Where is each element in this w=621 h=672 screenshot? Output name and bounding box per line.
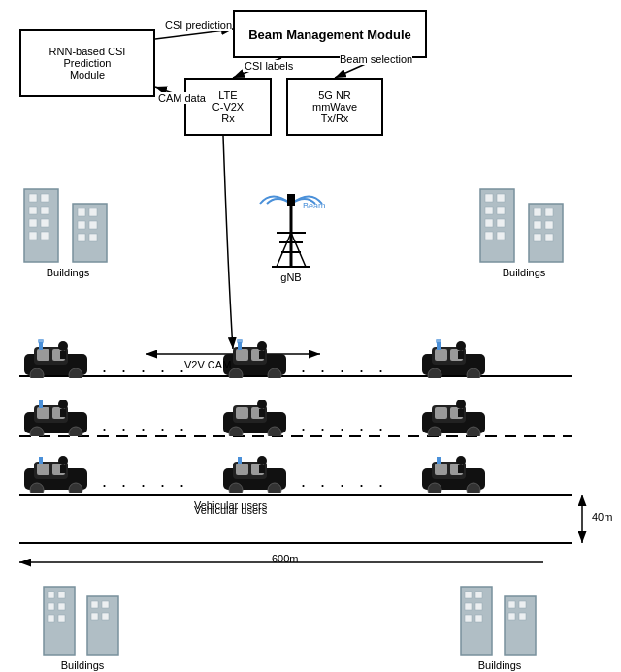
svg-rect-124	[259, 409, 265, 417]
car-row3-left	[19, 454, 97, 496]
dots-row2-left: . . . . .	[102, 415, 189, 435]
building-group-top-left: Buildings	[19, 170, 116, 278]
svg-rect-75	[519, 601, 526, 608]
svg-rect-40	[497, 194, 505, 202]
svg-rect-77	[519, 613, 526, 620]
svg-point-121	[229, 427, 243, 436]
rnn-label: RNN-based CSI Prediction Module	[49, 46, 126, 80]
svg-point-146	[229, 483, 243, 493]
svg-line-19	[291, 233, 306, 267]
svg-rect-36	[78, 234, 85, 241]
svg-point-131	[456, 400, 466, 409]
svg-rect-119	[236, 407, 248, 419]
svg-rect-44	[497, 219, 505, 227]
buildings-top-right-label: Buildings	[503, 267, 546, 278]
car-row1-right	[417, 339, 495, 381]
svg-rect-55	[48, 592, 54, 598]
svg-point-155	[428, 483, 441, 493]
svg-rect-68	[475, 592, 482, 598]
svg-point-93	[268, 368, 281, 378]
svg-point-104	[456, 341, 466, 351]
svg-rect-127	[435, 407, 447, 419]
svg-rect-110	[37, 407, 49, 419]
svg-point-113	[69, 427, 82, 436]
svg-rect-85	[60, 351, 66, 359]
svg-rect-51	[545, 221, 553, 229]
dots-row2-right: . . . . .	[301, 415, 388, 435]
dots-row1-right: . . . . .	[301, 357, 388, 377]
csi-labels-label: CSI labels	[245, 60, 293, 72]
svg-point-84	[58, 341, 68, 351]
svg-rect-25	[29, 207, 37, 214]
svg-point-130	[467, 427, 480, 436]
svg-point-112	[30, 427, 44, 436]
svg-rect-29	[29, 232, 37, 240]
svg-rect-33	[89, 208, 97, 216]
dim-40m-label: 40m	[592, 511, 612, 523]
svg-rect-37	[89, 234, 97, 241]
svg-line-18	[277, 233, 291, 267]
svg-rect-69	[465, 603, 472, 610]
svg-point-82	[30, 368, 44, 378]
svg-rect-41	[485, 207, 493, 214]
svg-rect-28	[41, 219, 49, 227]
svg-point-157	[456, 456, 466, 465]
svg-rect-65	[102, 613, 109, 620]
svg-rect-42	[497, 207, 505, 214]
car-row2-right	[417, 398, 495, 439]
svg-rect-23	[29, 194, 37, 202]
svg-rect-80	[37, 349, 49, 361]
svg-text:Beam: Beam	[303, 201, 326, 210]
vehicular-users-text: Vehicular users	[194, 499, 267, 511]
svg-rect-64	[91, 613, 98, 620]
svg-rect-116	[39, 400, 43, 408]
fiveg-label: 5G NR mmWave Tx/Rx	[312, 89, 357, 124]
svg-rect-32	[78, 208, 85, 216]
svg-rect-45	[485, 232, 493, 240]
svg-rect-62	[91, 601, 98, 608]
svg-rect-34	[78, 221, 85, 229]
svg-rect-30	[41, 232, 49, 240]
svg-rect-141	[39, 457, 43, 464]
svg-rect-43	[485, 219, 493, 227]
svg-rect-153	[435, 464, 447, 475]
svg-point-83	[69, 368, 82, 378]
car-row2-mid	[218, 398, 296, 439]
svg-rect-72	[475, 615, 482, 622]
svg-rect-39	[485, 194, 493, 202]
svg-rect-149	[259, 465, 265, 473]
building-group-bottom-left: Buildings	[39, 572, 126, 671]
svg-rect-144	[236, 464, 248, 475]
svg-rect-49	[545, 208, 553, 216]
svg-rect-52	[534, 234, 541, 241]
svg-point-137	[30, 483, 44, 493]
svg-rect-76	[508, 613, 515, 620]
svg-rect-140	[60, 465, 66, 473]
rnn-box: RNN-based CSI Prediction Module	[19, 29, 155, 97]
svg-rect-95	[259, 351, 265, 359]
buildings-bottom-left-label: Buildings	[61, 659, 105, 671]
svg-point-107	[436, 339, 441, 344]
svg-rect-24	[41, 194, 49, 202]
svg-rect-150	[238, 457, 242, 464]
car-row1-left	[19, 339, 97, 381]
dim-600m-label: 600m	[272, 553, 299, 564]
svg-rect-35	[89, 221, 97, 229]
svg-rect-53	[545, 234, 553, 241]
gnb-tower: Beam gNB	[247, 189, 335, 283]
fiveg-box: 5G NR mmWave Tx/Rx	[286, 78, 383, 136]
svg-rect-159	[437, 457, 441, 464]
svg-point-94	[257, 341, 267, 351]
svg-rect-63	[102, 601, 109, 608]
svg-point-129	[428, 427, 441, 436]
csi-prediction-label: CSI prediction	[165, 19, 232, 31]
svg-rect-132	[458, 409, 464, 417]
v2v-cam-label: V2V CAM	[184, 359, 231, 370]
beam-management-box: Beam Management Module	[233, 10, 427, 58]
building-group-bottom-right: Buildings	[456, 572, 543, 671]
svg-rect-20	[287, 194, 295, 206]
svg-rect-46	[497, 232, 505, 240]
lte-box: LTE C-V2X Rx	[184, 78, 272, 136]
svg-point-102	[428, 368, 441, 378]
svg-point-156	[467, 483, 480, 493]
